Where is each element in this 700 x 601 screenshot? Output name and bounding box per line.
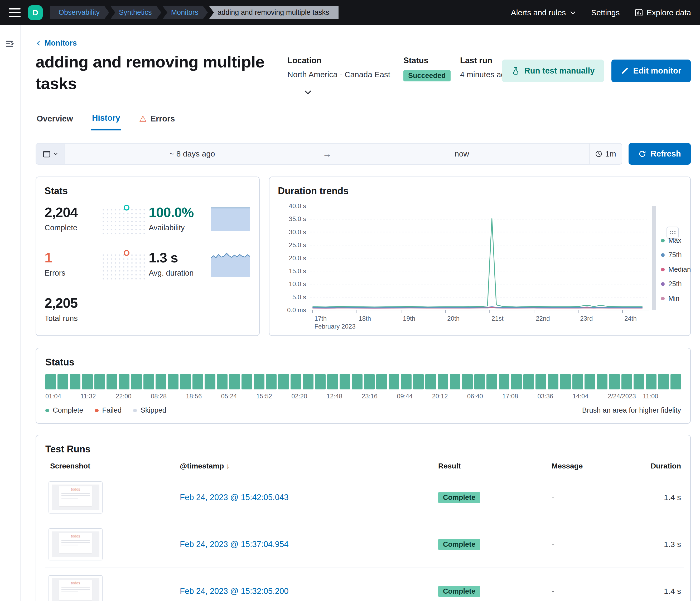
status-block[interactable]	[621, 374, 632, 389]
status-block[interactable]	[106, 374, 117, 389]
status-block[interactable]	[45, 374, 56, 389]
status-block[interactable]	[462, 374, 473, 389]
date-range-start[interactable]: ~ 8 days ago	[65, 143, 320, 164]
run-test-manually-button[interactable]: Run test manually	[502, 59, 604, 82]
status-block[interactable]	[609, 374, 620, 389]
status-block[interactable]	[425, 374, 436, 389]
menu-icon[interactable]	[9, 8, 21, 17]
avatar[interactable]: D	[28, 5, 43, 20]
status-block[interactable]	[646, 374, 656, 389]
status-block[interactable]	[131, 374, 142, 389]
status-block[interactable]	[523, 374, 534, 389]
tab-history[interactable]: History	[91, 113, 121, 130]
status-block[interactable]	[254, 374, 264, 389]
status-block[interactable]	[217, 374, 227, 389]
status-block[interactable]	[413, 374, 424, 389]
status-block[interactable]	[474, 374, 485, 389]
status-block[interactable]	[205, 374, 215, 389]
status-block[interactable]	[572, 374, 583, 389]
status-block[interactable]	[94, 374, 105, 389]
status-block[interactable]	[340, 374, 350, 389]
refresh-interval-button[interactable]: 1m	[589, 143, 622, 164]
status-block[interactable]	[327, 374, 338, 389]
refresh-icon	[638, 150, 646, 158]
status-block[interactable]	[82, 374, 93, 389]
status-block[interactable]	[450, 374, 460, 389]
tab-overview[interactable]: Overview	[35, 113, 74, 130]
status-block[interactable]	[352, 374, 362, 389]
status-block[interactable]	[242, 374, 252, 389]
legend-item-75th[interactable]: 75th	[661, 251, 691, 259]
status-block[interactable]	[303, 374, 313, 389]
legend-dot-max	[661, 239, 665, 242]
status-block[interactable]	[168, 374, 178, 389]
status-block[interactable]	[560, 374, 571, 389]
status-block[interactable]	[180, 374, 191, 389]
status-block[interactable]	[658, 374, 669, 389]
date-range-control: ~ 8 days ago → now 1m	[35, 143, 622, 165]
expand-sidebar-icon[interactable]	[5, 39, 15, 50]
edit-monitor-button[interactable]: Edit monitor	[611, 59, 691, 82]
collapse-header-chevron-icon[interactable]	[303, 87, 313, 98]
status-block[interactable]	[291, 374, 301, 389]
status-block[interactable]	[70, 374, 80, 389]
status-block[interactable]	[486, 374, 497, 389]
status-block[interactable]	[511, 374, 522, 389]
breadcrumb-current-page: adding and removing multiple tasks	[209, 6, 339, 19]
status-block[interactable]	[144, 374, 154, 389]
status-panel: Status 01:0411:3222:0008:2818:5605:2415:…	[35, 348, 691, 424]
column-timestamp-sort[interactable]: @timestamp↓	[180, 462, 438, 470]
status-block[interactable]	[155, 374, 166, 389]
alerts-and-rules-menu[interactable]: Alerts and rules	[511, 8, 576, 17]
status-block[interactable]	[671, 374, 681, 389]
status-block[interactable]	[364, 374, 375, 389]
legend-item-25th[interactable]: 25th	[661, 280, 691, 288]
date-range-end[interactable]: now	[335, 143, 589, 164]
status-block[interactable]	[315, 374, 326, 389]
status-block[interactable]	[584, 374, 595, 389]
screenshot-thumbnail[interactable]: todos	[49, 528, 103, 560]
status-x-label: 01:04	[45, 393, 61, 400]
status-block[interactable]	[193, 374, 203, 389]
status-block[interactable]	[597, 374, 607, 389]
test-runs-header: Screenshot @timestamp↓ Result Message Du…	[45, 459, 684, 474]
status-block[interactable]	[229, 374, 240, 389]
test-runs-title: Test Runs	[45, 444, 684, 455]
breadcrumb-monitors[interactable]: Monitors	[163, 6, 208, 19]
breadcrumb-observability[interactable]: Observability	[50, 6, 109, 19]
screenshot-thumbnail[interactable]: todos	[49, 481, 103, 514]
status-block[interactable]	[535, 374, 546, 389]
legend-item-min[interactable]: Min	[661, 294, 691, 303]
status-block[interactable]	[376, 374, 387, 389]
duration-trends-chart[interactable]: 0.0 ms5.0 s10.0 s15.0 s20.0 s25.0 s30.0 …	[277, 201, 660, 333]
breadcrumb-synthetics[interactable]: Synthetics	[110, 6, 161, 19]
status-block[interactable]	[438, 374, 448, 389]
refresh-button[interactable]: Refresh	[629, 143, 691, 165]
stat-complete-label: Complete	[45, 224, 101, 232]
status-block[interactable]	[548, 374, 558, 389]
status-block[interactable]	[266, 374, 277, 389]
status-block[interactable]	[401, 374, 411, 389]
availability-sparkline	[211, 205, 250, 232]
test-run-timestamp-link[interactable]: Feb 24, 2023 @ 15:32:05.200	[180, 586, 438, 596]
back-to-monitors-link[interactable]: Monitors	[35, 39, 77, 47]
status-heatmap[interactable]	[45, 374, 681, 389]
status-block[interactable]	[633, 374, 644, 389]
status-block[interactable]	[499, 374, 509, 389]
status-block[interactable]	[119, 374, 129, 389]
stat-avg-duration-value: 1.3 s	[149, 250, 211, 266]
status-block[interactable]	[278, 374, 289, 389]
settings-link[interactable]: Settings	[591, 8, 620, 17]
status-block[interactable]	[57, 374, 68, 389]
status-block[interactable]	[389, 374, 399, 389]
test-run-timestamp-link[interactable]: Feb 24, 2023 @ 15:42:05.043	[180, 493, 438, 502]
legend-dot-min	[661, 297, 665, 300]
tab-errors[interactable]: ⚠ Errors	[138, 113, 176, 130]
screenshot-thumbnail[interactable]: todos	[49, 575, 103, 601]
explore-data-link[interactable]: Explore data	[634, 8, 691, 17]
test-run-timestamp-link[interactable]: Feb 24, 2023 @ 15:37:04.954	[180, 540, 438, 549]
legend-item-max[interactable]: Max	[661, 236, 691, 244]
calendar-menu-button[interactable]	[36, 143, 65, 164]
legend-item-median[interactable]: Median	[661, 265, 691, 273]
calendar-icon	[43, 150, 51, 158]
